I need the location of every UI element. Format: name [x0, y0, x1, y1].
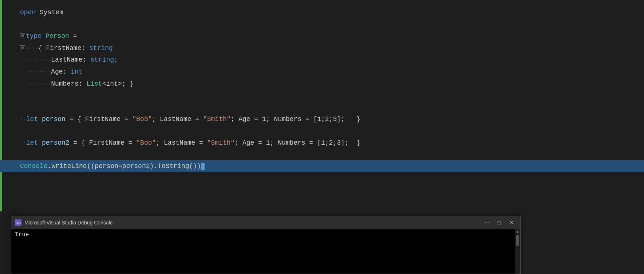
assign-2: = { FirstName =: [70, 138, 137, 148]
line-open-system: open System: [20, 7, 644, 19]
dots-indent-1: ····: [26, 44, 38, 52]
scroll-up-arrow[interactable]: ▲: [515, 229, 520, 234]
semi-2: ; LastName =: [156, 138, 207, 148]
line-person1: ·· let person = { FirstName = "Bob" ; La…: [20, 113, 644, 125]
field-lastname: LastName:: [51, 55, 86, 65]
close-button[interactable]: ×: [506, 219, 517, 227]
type-int: int: [67, 67, 82, 77]
type-list: List: [83, 79, 102, 89]
type-string-2: string;: [86, 55, 118, 65]
var-person: person: [38, 114, 66, 125]
keyword-type: type: [26, 31, 42, 42]
debug-output-text: True: [15, 231, 517, 238]
minimize-button[interactable]: —: [482, 219, 492, 227]
method-writeline: WriteLine: [51, 161, 87, 172]
debug-title-left: VS Microsoft Visual Studio Debug Console: [15, 219, 113, 226]
open-brace: { FirstName:: [38, 43, 86, 54]
line-console-writeline: Console . WriteLine ((person=person2). T…: [0, 160, 644, 172]
dots-person1: ··: [20, 115, 26, 123]
debug-console-window: VS Microsoft Visual Studio Debug Console…: [11, 216, 521, 274]
keyword-let-1: let: [26, 114, 38, 125]
type-string-1: string: [85, 43, 113, 54]
dot-1: .: [48, 161, 52, 172]
field-numbers: Numbers:: [51, 79, 82, 89]
field-age: Age:: [51, 67, 67, 77]
scroll-thumb[interactable]: [516, 235, 519, 246]
dots-indent-4: ········: [27, 80, 51, 88]
empty-line-5: [20, 149, 644, 160]
line-firstname: ⊟ ···· { FirstName: string: [20, 42, 644, 54]
debug-scrollbar[interactable]: ▲: [515, 229, 520, 274]
debug-console-titlebar: VS Microsoft Visual Studio Debug Console…: [11, 216, 520, 229]
line-type-person: ⊟ type Person =: [20, 30, 644, 42]
var-person2: person2: [38, 138, 69, 148]
empty-line-3: [20, 102, 644, 113]
debug-window-controls: — □ ×: [482, 219, 517, 227]
method-tostring: ToString: [158, 161, 189, 172]
string-smith-2: "Smith": [207, 138, 235, 148]
rest-2: ; Age = 1; Numbers = [1;2;3]; }: [234, 138, 360, 148]
line-numbers: ········ Numbers: List <int>; }: [20, 78, 644, 90]
collapse-icon-2[interactable]: ⊟: [20, 45, 25, 50]
code-editor: open System ⊟ type Person = ⊟ ···· { Fir…: [0, 0, 644, 211]
class-console: Console: [20, 161, 48, 172]
empty-line-2: [20, 90, 644, 102]
dots-indent-3: ········: [27, 68, 51, 76]
paren-close: ()): [189, 161, 201, 172]
line-person2: ·· let person2 = { FirstName = "Bob" ; L…: [20, 137, 644, 149]
assign-1: = { FirstName =: [66, 114, 133, 125]
dots-indent-2: ········: [27, 56, 51, 64]
active-line-indicator: [0, 0, 2, 211]
string-bob-1: "Bob": [132, 114, 152, 125]
empty-line-4: [20, 125, 644, 137]
svg-text:VS: VS: [16, 221, 21, 225]
string-smith-1: "Smith": [203, 114, 231, 125]
code-lines: open System ⊟ type Person = ⊟ ···· { Fir…: [0, 4, 644, 172]
list-generic: <int>; }: [102, 79, 134, 89]
equals-sign: =: [69, 31, 81, 42]
dots-person2: ··: [20, 139, 26, 147]
debug-console-body: True: [11, 229, 520, 274]
string-bob-2: "Bob": [136, 138, 156, 148]
cursor: [201, 163, 205, 170]
semi-1: ; LastName =: [152, 114, 203, 125]
keyword-let-2: let: [26, 138, 38, 148]
line-lastname: ········ LastName: string;: [20, 54, 644, 66]
debug-console-title: Microsoft Visual Studio Debug Console: [24, 220, 113, 226]
rest-1: ; Age = 1; Numbers = [1;2;3]; }: [231, 114, 360, 125]
line-age: ········ Age: int: [20, 66, 644, 78]
keyword-open: open: [20, 7, 36, 18]
vs-icon: VS: [15, 219, 21, 226]
paren-open: ((person=person2).: [87, 161, 158, 172]
empty-line-1: [20, 19, 644, 30]
collapse-icon-1[interactable]: ⊟: [20, 33, 25, 38]
type-name-person: Person: [42, 31, 69, 42]
maximize-button[interactable]: □: [494, 219, 504, 227]
namespace-system: System: [36, 7, 63, 18]
